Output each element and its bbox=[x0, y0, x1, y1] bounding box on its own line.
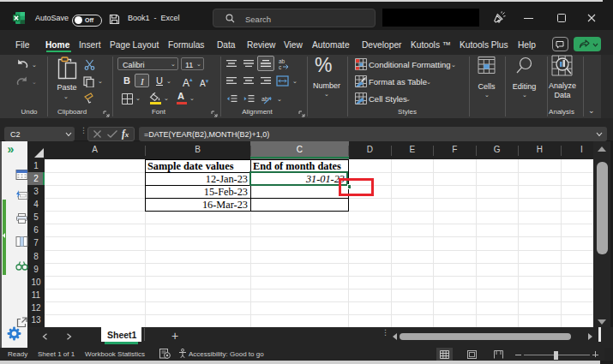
svg-text:c: c bbox=[279, 64, 282, 70]
